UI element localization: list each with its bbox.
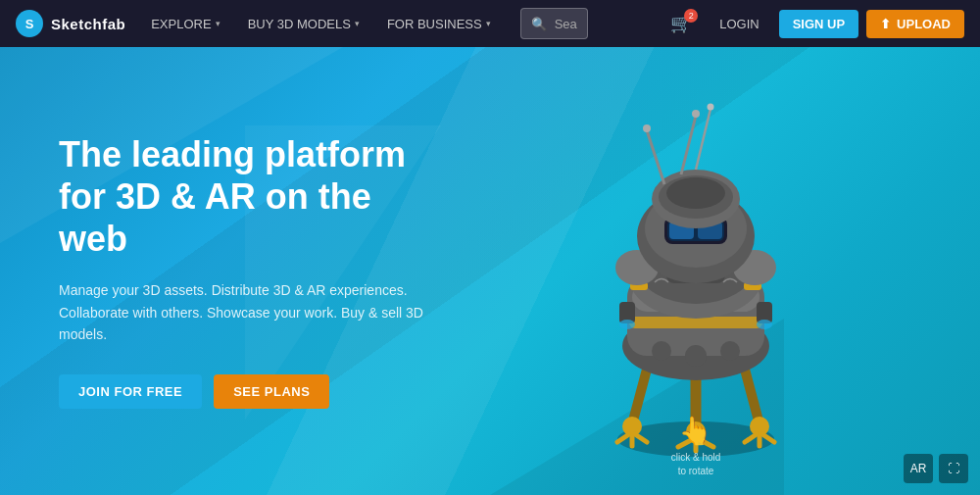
forbusiness-nav-item[interactable]: FOR BUSINESS ▾ <box>377 0 501 47</box>
hero-buttons: JOIN FOR FREE SEE PLANS <box>59 374 431 409</box>
svg-line-35 <box>647 130 664 184</box>
svg-point-7 <box>750 417 769 436</box>
hero-description: Manage your 3D assets. Distribute 3D & A… <box>59 279 431 345</box>
fullscreen-icon: ⛶ <box>948 462 959 475</box>
viewer-controls: AR ⛶ <box>904 454 968 483</box>
robot-model <box>549 91 843 464</box>
buy3d-chevron-icon: ▾ <box>355 19 360 28</box>
rotate-hint: 👆 click & hold to rotate <box>671 415 721 478</box>
buy3d-nav-item[interactable]: BUY 3D MODELS ▾ <box>238 0 369 47</box>
hero-title: The leading platformfor 3D & AR on the w… <box>59 133 431 261</box>
search-input[interactable] <box>555 17 578 31</box>
svg-point-2 <box>622 417 642 436</box>
hero-content: The leading platformfor 3D & AR on the w… <box>0 84 490 459</box>
search-bar[interactable]: 🔍 <box>520 8 589 39</box>
explore-nav-item[interactable]: EXPLORE ▾ <box>141 0 229 47</box>
explore-label: EXPLORE <box>151 17 211 31</box>
svg-point-48 <box>720 341 740 361</box>
forbusiness-chevron-icon: ▾ <box>486 19 491 28</box>
svg-point-42 <box>666 177 725 209</box>
navbar: S Sketchfab EXPLORE ▾ BUY 3D MODELS ▾ FO… <box>0 0 980 47</box>
svg-point-49 <box>685 345 707 367</box>
svg-point-45 <box>619 320 635 329</box>
join-for-free-button[interactable]: JOIN FOR FREE <box>59 374 202 409</box>
upload-button[interactable]: ⬆ UPLOAD <box>866 10 964 38</box>
svg-point-47 <box>652 341 671 361</box>
explore-chevron-icon: ▾ <box>216 19 220 28</box>
fullscreen-button[interactable]: ⛶ <box>939 454 968 483</box>
hero-section: The leading platformfor 3D & AR on the w… <box>0 47 980 495</box>
svg-point-38 <box>692 110 700 118</box>
ar-button[interactable]: AR <box>904 454 933 483</box>
rotate-hint-text: click & hold to rotate <box>671 451 721 478</box>
logo-area[interactable]: S Sketchfab <box>16 10 125 37</box>
cart-icon[interactable]: 🛒 2 <box>662 13 700 34</box>
see-plans-button[interactable]: SEE PLANS <box>214 374 329 409</box>
logo-text: Sketchfab <box>51 16 125 32</box>
login-button[interactable]: LOGIN <box>708 0 770 47</box>
svg-line-37 <box>681 116 696 174</box>
logo-icon: S <box>16 10 43 37</box>
forbusiness-label: FOR BUSINESS <box>387 17 482 31</box>
hero-3d-model[interactable]: 👆 click & hold to rotate <box>490 67 902 488</box>
svg-point-46 <box>757 320 772 329</box>
signup-button[interactable]: SIGN UP <box>779 10 858 38</box>
robot-svg <box>549 91 843 464</box>
svg-point-36 <box>643 124 651 132</box>
buy3d-label: BUY 3D MODELS <box>248 17 351 31</box>
ar-icon: AR <box>910 462 927 475</box>
search-icon: 🔍 <box>531 17 547 31</box>
rotate-hint-icon: 👆 <box>678 415 712 447</box>
svg-line-39 <box>696 109 710 170</box>
svg-point-40 <box>708 104 714 111</box>
upload-icon: ⬆ <box>880 17 891 31</box>
cart-badge: 2 <box>684 9 698 23</box>
